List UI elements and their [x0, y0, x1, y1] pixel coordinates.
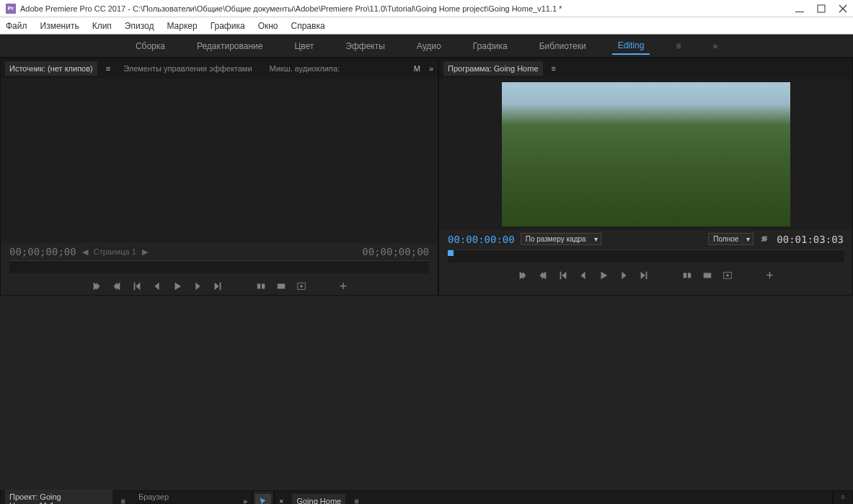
- workspace-editing-ru[interactable]: Редактирование: [191, 38, 268, 54]
- prog-mark-in-icon[interactable]: [518, 270, 529, 282]
- tab-project[interactable]: Проект: Going Home_v11.1: [5, 490, 112, 504]
- tab-source-menu-icon[interactable]: ≡: [106, 64, 110, 73]
- tab-effect-controls[interactable]: Элементы управления эффектами: [119, 61, 256, 76]
- source-transport: +: [1, 275, 438, 299]
- tab-program[interactable]: Программа: Going Home: [443, 61, 543, 76]
- timeline-panel: × Going Home ≡ 00:00:00:00 �磁 ⫘ ◆ 🔧 🔒: [274, 490, 833, 504]
- source-overflow-icon[interactable]: »: [429, 64, 433, 73]
- source-tc-in[interactable]: 00;00;00;00: [9, 246, 76, 257]
- mark-out-icon[interactable]: [112, 281, 123, 293]
- workspace-color[interactable]: Цвет: [288, 38, 319, 54]
- program-menu-icon[interactable]: ≡: [552, 64, 556, 73]
- go-to-out-icon[interactable]: [213, 281, 224, 293]
- close-button[interactable]: [839, 4, 847, 13]
- mark-in-icon[interactable]: [92, 281, 103, 293]
- source-tc-out[interactable]: 00;00;00;00: [362, 246, 429, 257]
- overwrite-icon[interactable]: [276, 281, 288, 293]
- prog-extract-icon[interactable]: [702, 270, 714, 282]
- timeline-close-icon[interactable]: ×: [279, 497, 283, 504]
- svg-rect-4: [277, 283, 285, 288]
- prog-step-back-icon[interactable]: [578, 270, 590, 282]
- program-monitor-view[interactable]: [439, 79, 852, 230]
- source-monitor-view[interactable]: [1, 79, 438, 243]
- go-to-in-icon[interactable]: [132, 281, 143, 293]
- menu-file[interactable]: Файл: [6, 21, 27, 31]
- svg-rect-10: [724, 272, 732, 278]
- workspace-overflow-icon[interactable]: »: [707, 38, 723, 54]
- program-resolution-dropdown[interactable]: Полное: [708, 233, 753, 245]
- workspace-menu-icon[interactable]: ≡: [670, 38, 686, 54]
- menu-window[interactable]: Окно: [258, 21, 278, 31]
- prog-step-fwd-icon[interactable]: [619, 270, 630, 282]
- program-playhead[interactable]: [448, 250, 454, 256]
- menu-marker[interactable]: Маркер: [167, 21, 197, 31]
- step-forward-icon[interactable]: [193, 281, 204, 293]
- menu-clip[interactable]: Клип: [92, 21, 112, 31]
- window-title: Adobe Premiere Pro CC 2017 - C:\Пользова…: [20, 4, 795, 13]
- source-page-label: Страница 1: [94, 247, 136, 256]
- insert-icon[interactable]: [256, 281, 268, 293]
- timeline-menu-icon[interactable]: ≡: [354, 497, 358, 504]
- workspace-audio[interactable]: Аудио: [411, 38, 447, 54]
- workspace-editing[interactable]: Editing: [612, 37, 650, 55]
- prog-go-to-in-icon[interactable]: [558, 270, 570, 282]
- project-panel: Проект: Going Home_v11.1 ≡ Браузер медиа…: [0, 490, 252, 504]
- program-fit-dropdown[interactable]: По размеру кадра: [521, 233, 601, 245]
- project-menu-icon[interactable]: ≡: [121, 497, 125, 504]
- menu-edit[interactable]: Изменить: [40, 21, 79, 31]
- svg-rect-8: [688, 273, 691, 278]
- maximize-button[interactable]: [817, 4, 826, 13]
- workspace-effects[interactable]: Эффекты: [340, 38, 391, 54]
- program-transport: +: [439, 264, 852, 288]
- project-overflow-icon[interactable]: »: [243, 497, 247, 504]
- svg-rect-2: [257, 283, 260, 288]
- workspace-assembly[interactable]: Сборка: [130, 38, 171, 54]
- app-icon: Pr: [6, 4, 16, 14]
- program-add-button-icon[interactable]: +: [766, 268, 774, 283]
- settings-icon[interactable]: [759, 234, 771, 245]
- program-tc-out[interactable]: 00:01:03:03: [777, 234, 844, 245]
- meter-label: 0: [841, 494, 844, 500]
- tab-source[interactable]: Источник: (нет клипов): [5, 61, 97, 76]
- program-tc-in[interactable]: 00:00:00:00: [448, 234, 515, 245]
- workspace-graphics[interactable]: Графика: [467, 38, 513, 54]
- svg-rect-0: [795, 12, 804, 12]
- export-frame-icon[interactable]: [296, 281, 308, 293]
- step-back-icon[interactable]: [152, 281, 164, 293]
- tab-sequence[interactable]: Going Home: [292, 494, 345, 504]
- source-ruler[interactable]: [9, 260, 429, 273]
- source-prev-icon[interactable]: ◀: [82, 247, 88, 257]
- titlebar: Pr Adobe Premiere Pro CC 2017 - C:\Польз…: [0, 0, 853, 17]
- play-icon[interactable]: [172, 281, 184, 293]
- tab-media-browser[interactable]: Браузер медиаданных: [134, 490, 226, 504]
- audio-meter: 0 -12 -24 -36 -48 dB: [833, 490, 853, 504]
- tab-audio-mixer[interactable]: Микш. аудиоклипа:: [265, 61, 345, 76]
- svg-point-11: [726, 274, 729, 277]
- svg-rect-5: [297, 283, 305, 289]
- menu-sequence[interactable]: Эпизод: [125, 21, 154, 31]
- prog-lift-icon[interactable]: [682, 270, 694, 282]
- minimize-button[interactable]: [795, 4, 804, 13]
- svg-rect-1: [818, 5, 825, 12]
- workspace-libraries[interactable]: Библиотеки: [534, 38, 592, 54]
- svg-rect-3: [262, 283, 265, 288]
- menu-graphics[interactable]: Графика: [211, 21, 245, 31]
- workspace-bar: Сборка Редактирование Цвет Эффекты Аудио…: [0, 35, 853, 58]
- prog-mark-out-icon[interactable]: [538, 270, 549, 282]
- video-preview: [502, 82, 790, 226]
- source-panel: Источник: (нет клипов) ≡ Элементы управл…: [0, 58, 438, 296]
- tab-m-label: М: [414, 64, 420, 73]
- prog-export-frame-icon[interactable]: [722, 270, 734, 282]
- program-panel: Программа: Going Home ≡ 00:00:00:00 По р…: [438, 58, 853, 296]
- prog-go-to-out-icon[interactable]: [639, 270, 650, 282]
- svg-point-6: [300, 285, 303, 288]
- menubar: Файл Изменить Клип Эпизод Маркер Графика…: [0, 17, 853, 35]
- svg-rect-7: [684, 273, 686, 278]
- menu-help[interactable]: Справка: [291, 21, 325, 31]
- source-next-icon[interactable]: ▶: [142, 247, 148, 257]
- source-add-button-icon[interactable]: +: [340, 279, 348, 294]
- selection-tool-icon[interactable]: [255, 494, 271, 504]
- program-ruler[interactable]: [448, 249, 844, 262]
- svg-rect-9: [704, 273, 712, 278]
- prog-play-icon[interactable]: [598, 270, 610, 282]
